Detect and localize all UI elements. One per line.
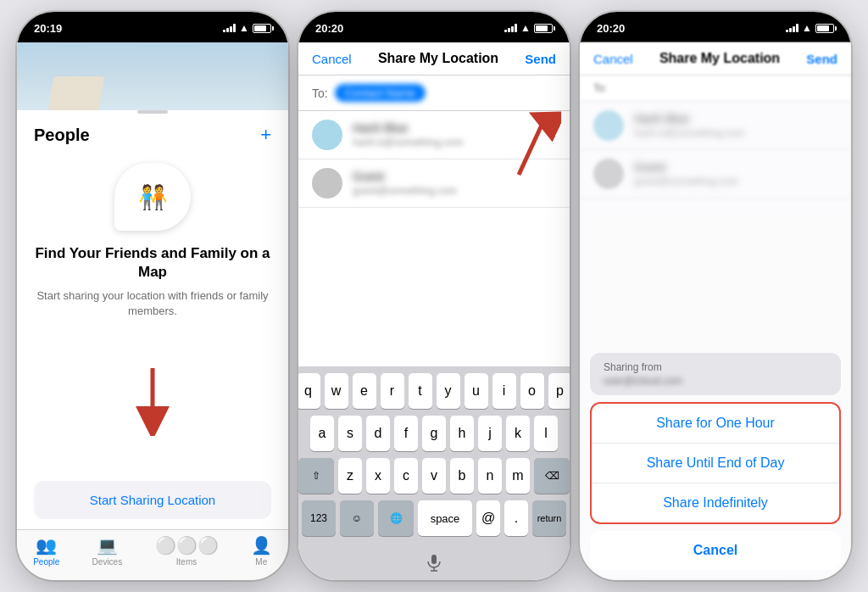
status-icons-2: ▲ bbox=[504, 22, 553, 34]
phone-1: 20:19 ▲ People + 🧑‍🤝‍🧑 Find Your Friends… bbox=[17, 12, 288, 580]
emoji-bubble: 🧑‍🤝‍🧑 bbox=[114, 163, 191, 231]
share-indefinitely-button[interactable]: Share Indefinitely bbox=[592, 483, 839, 522]
battery-icon-2 bbox=[534, 24, 553, 33]
tab-me[interactable]: 👤 Me bbox=[251, 535, 272, 567]
mic-icon bbox=[424, 553, 444, 573]
contact-info-3a: Hanh Blue hanh.b@something.com bbox=[634, 112, 837, 139]
share-from-box: Sharing from user@icloud.com bbox=[590, 353, 841, 395]
tab-bar: 👥 People 💻 Devices ⚪⚪⚪ Items 👤 Me bbox=[17, 529, 288, 580]
key-emoji[interactable]: ☺ bbox=[340, 500, 374, 536]
key-x[interactable]: x bbox=[366, 458, 390, 494]
status-bar-2: 20:20 ▲ bbox=[298, 12, 570, 42]
find-subtitle: Start sharing your location with friends… bbox=[34, 288, 271, 319]
duration-options-box: Share for One Hour Share Until End of Da… bbox=[590, 402, 841, 524]
me-tab-icon: 👤 bbox=[251, 535, 272, 556]
key-at[interactable]: 🌐 bbox=[378, 500, 414, 536]
status-bar-1: 20:19 ▲ bbox=[17, 12, 288, 42]
cancel-sheet-button[interactable]: Cancel bbox=[590, 531, 841, 570]
status-time-1: 20:19 bbox=[34, 22, 62, 35]
phone1-content: People + 🧑‍🤝‍🧑 Find Your Friends and Fam… bbox=[17, 42, 288, 529]
wifi-icon-2: ▲ bbox=[520, 22, 531, 34]
status-time-3: 20:20 bbox=[597, 22, 625, 35]
nav-title-2: Share My Location bbox=[378, 51, 498, 66]
key-space[interactable]: space bbox=[418, 500, 472, 536]
key-i[interactable]: i bbox=[492, 373, 516, 409]
key-s[interactable]: s bbox=[338, 416, 362, 451]
svg-line-3 bbox=[519, 120, 544, 175]
key-f[interactable]: f bbox=[394, 416, 418, 451]
svg-rect-4 bbox=[431, 555, 437, 564]
keyboard-row-2: a s d f g h j k l bbox=[302, 416, 566, 451]
arrow-up-icon bbox=[476, 103, 561, 179]
key-m[interactable]: m bbox=[506, 458, 530, 494]
key-123[interactable]: 123 bbox=[302, 500, 336, 536]
key-q[interactable]: q bbox=[298, 373, 320, 409]
key-v[interactable]: v bbox=[422, 458, 446, 494]
map-road bbox=[47, 76, 104, 110]
signal-icon-3 bbox=[786, 24, 798, 32]
key-l[interactable]: l bbox=[534, 416, 558, 451]
contact-sub-3a: hanh.b@something.com bbox=[634, 127, 837, 139]
key-b[interactable]: b bbox=[450, 458, 474, 494]
avatar-1 bbox=[312, 120, 342, 150]
key-g[interactable]: g bbox=[422, 416, 446, 451]
phone-3: 20:20 ▲ Cancel Share My Location Send To… bbox=[580, 12, 851, 580]
panel-header: People + bbox=[34, 124, 271, 146]
key-dot[interactable]: . bbox=[504, 500, 528, 536]
contact-name-3b: Guest bbox=[634, 160, 837, 174]
recipient-chip: Contact Name bbox=[335, 84, 426, 102]
key-c[interactable]: c bbox=[394, 458, 418, 494]
avatar-2 bbox=[312, 168, 342, 198]
tab-me-label: Me bbox=[255, 557, 267, 567]
key-r[interactable]: r bbox=[381, 373, 404, 409]
key-a[interactable]: a bbox=[310, 416, 334, 451]
key-d[interactable]: d bbox=[366, 416, 390, 451]
key-delete[interactable]: ⌫ bbox=[534, 458, 570, 494]
find-title: Find Your Friends and Family on a Map bbox=[34, 244, 271, 282]
share-sheet: Sharing from user@icloud.com Share for O… bbox=[580, 343, 851, 580]
key-at-symbol[interactable]: @ bbox=[476, 500, 500, 536]
key-z[interactable]: z bbox=[338, 458, 362, 494]
status-icons-1: ▲ bbox=[223, 22, 271, 34]
wifi-icon: ▲ bbox=[239, 22, 249, 34]
battery-icon bbox=[253, 24, 271, 33]
panel-title: People bbox=[34, 126, 90, 145]
add-button[interactable]: + bbox=[260, 124, 271, 146]
cancel-button-2[interactable]: Cancel bbox=[312, 52, 352, 66]
contact-row-3a: Hanh Blue hanh.b@something.com bbox=[580, 102, 851, 150]
status-bar-3: 20:20 ▲ bbox=[580, 12, 851, 42]
key-y[interactable]: y bbox=[437, 373, 460, 409]
send-button-3[interactable]: Send bbox=[806, 52, 837, 66]
tab-devices[interactable]: 💻 Devices bbox=[92, 535, 123, 567]
tab-devices-label: Devices bbox=[92, 557, 123, 567]
tab-people[interactable]: 👥 People bbox=[33, 535, 59, 567]
share-one-hour-button[interactable]: Share for One Hour bbox=[592, 404, 839, 444]
map-background bbox=[17, 42, 288, 110]
key-h[interactable]: h bbox=[450, 416, 474, 451]
send-button-2[interactable]: Send bbox=[525, 52, 556, 66]
key-n[interactable]: n bbox=[478, 458, 502, 494]
phone-2: 20:20 ▲ Cancel Share My Location Send To… bbox=[298, 12, 570, 580]
arrow-down-icon bbox=[127, 368, 178, 436]
share-end-of-day-button[interactable]: Share Until End of Day bbox=[592, 444, 839, 483]
keyboard-bottom bbox=[298, 546, 570, 580]
battery-icon-3 bbox=[815, 24, 834, 33]
tab-items[interactable]: ⚪⚪⚪ Items bbox=[155, 535, 219, 567]
key-w[interactable]: w bbox=[325, 373, 348, 409]
avatar-3b bbox=[593, 159, 624, 189]
key-j[interactable]: j bbox=[478, 416, 502, 451]
share-btn-area: Start Sharing Location bbox=[34, 474, 271, 529]
key-shift[interactable]: ⇧ bbox=[298, 458, 334, 494]
key-t[interactable]: t bbox=[409, 373, 432, 409]
key-e[interactable]: e bbox=[353, 373, 376, 409]
to-field-3: To: bbox=[580, 75, 851, 102]
status-icons-3: ▲ bbox=[786, 22, 834, 34]
key-k[interactable]: k bbox=[506, 416, 530, 451]
cancel-button-3[interactable]: Cancel bbox=[593, 52, 633, 66]
key-u[interactable]: u bbox=[465, 373, 488, 409]
key-o[interactable]: o bbox=[520, 373, 544, 409]
key-return[interactable]: return bbox=[532, 500, 566, 536]
key-p[interactable]: p bbox=[548, 373, 570, 409]
keyboard-row-3: ⇧ z x c v b n m ⌫ bbox=[302, 458, 566, 494]
start-sharing-button[interactable]: Start Sharing Location bbox=[34, 481, 271, 519]
